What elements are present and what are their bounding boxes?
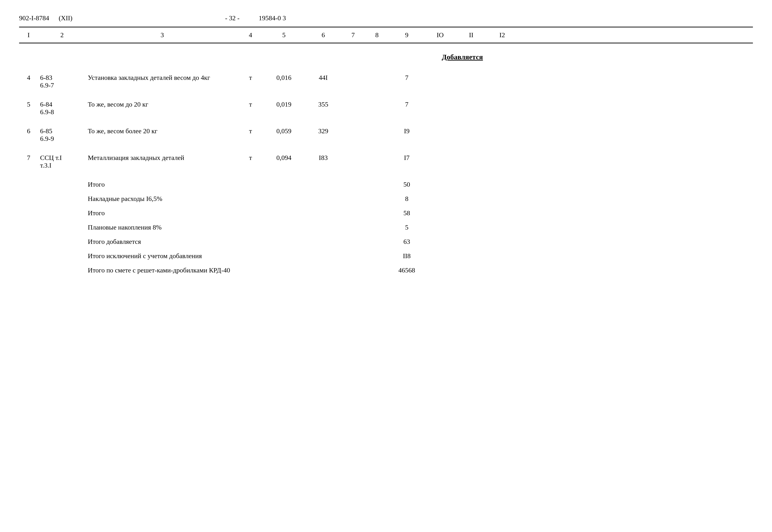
col-header-5: 5	[263, 31, 305, 39]
row-col12	[487, 100, 518, 102]
table-row: 5 6-84 6.9-8 То же, весом до 20 кг т 0,0…	[19, 100, 753, 117]
row-ref2: 6.9-8	[40, 108, 84, 116]
col-header-7: 7	[341, 31, 365, 39]
summary-label: Итого исключений с учетом добавления	[86, 251, 389, 261]
table-row: 7 ССЦ т.I т.3.I Металлизация закладных д…	[19, 153, 753, 170]
row-ref1: ССЦ т.I	[40, 154, 84, 162]
summary-label: Итого	[86, 208, 389, 218]
row-col10	[425, 126, 456, 128]
summary-label: Итого	[86, 180, 389, 189]
row-num: 7	[19, 153, 38, 163]
row-unit: т	[239, 73, 263, 82]
summary-value: 58	[389, 208, 425, 218]
row-col6: I83	[305, 153, 341, 163]
summary-row-3: Плановые накопления 8% 5	[19, 223, 753, 232]
col-header-3: 3	[86, 31, 239, 39]
row-col6: 329	[305, 126, 341, 136]
row-col7	[341, 126, 365, 128]
row-unit: т	[239, 100, 263, 109]
column-headers: I 2 3 4 5 6 7 8 9 IO II I2	[19, 27, 753, 43]
summary-label: Итого по смете с решет-ками-дробилками К…	[86, 266, 389, 275]
row-col5: 0,059	[263, 126, 305, 136]
row-ref: ССЦ т.I т.3.I	[38, 153, 86, 170]
row-col6: 355	[305, 100, 341, 109]
row-num: 4	[19, 73, 38, 82]
row-description: То же, весом более 20 кг	[86, 126, 239, 136]
row-description: Установка закладных деталей весом до 4кг	[86, 73, 239, 82]
row-col8	[365, 100, 389, 102]
row-col10	[425, 100, 456, 102]
summary-value: II8	[389, 251, 425, 261]
summary-label: Плановые накопления 8%	[86, 223, 389, 232]
col-header-6: 6	[305, 31, 341, 39]
row-col8	[365, 153, 389, 155]
row-col10	[425, 73, 456, 75]
col-header-11: II	[456, 31, 487, 39]
row-ref1: 6-85	[40, 127, 84, 135]
row-col5: 0,094	[263, 153, 305, 163]
row-col12	[487, 126, 518, 128]
row-ref2: 6.9-9	[40, 135, 84, 143]
row-col12	[487, 153, 518, 155]
row-col7	[341, 100, 365, 102]
row-unit: т	[239, 126, 263, 136]
row-col9: I7	[389, 153, 425, 163]
row-col11	[456, 126, 487, 128]
row-unit: т	[239, 153, 263, 163]
col-header-8: 8	[365, 31, 389, 39]
row-col7	[341, 153, 365, 155]
row-ref1: 6-83	[40, 74, 84, 82]
col-header-12: I2	[487, 31, 518, 39]
row-num: 6	[19, 126, 38, 136]
row-num: 5	[19, 100, 38, 109]
summary-label: Накладные расходы I6,5%	[86, 194, 389, 204]
row-ref: 6-85 6.9-9	[38, 126, 86, 143]
summary-value: 8	[389, 194, 425, 204]
summary-row-4: Итого добавляется 63	[19, 237, 753, 246]
row-col10	[425, 153, 456, 155]
row-ref: 6-84 6.9-8	[38, 100, 86, 117]
header: 902-I-8784 (XII) - 32 - 19584-0 3	[19, 14, 753, 22]
row-col5: 0,016	[263, 73, 305, 82]
page-indicator: - 32 -	[225, 14, 240, 22]
col-header-10: IO	[425, 31, 456, 39]
summary-value: 50	[389, 180, 425, 189]
col-header-2: 2	[38, 31, 86, 39]
summary-value: 63	[389, 237, 425, 246]
col-header-9: 9	[389, 31, 425, 39]
col-header-1: I	[19, 31, 38, 39]
page-code: 19584-0 3	[259, 14, 286, 22]
row-col11	[456, 73, 487, 75]
row-ref2: 6.9-7	[40, 82, 84, 89]
col-header-4: 4	[239, 31, 263, 39]
row-col7	[341, 73, 365, 75]
row-col5: 0,019	[263, 100, 305, 109]
summary-value: 5	[389, 223, 425, 232]
summary-row-6: Итого по смете с решет-ками-дробилками К…	[19, 266, 753, 275]
row-col11	[456, 153, 487, 155]
content-area: Добавляется 4 6-83 6.9-7 Установка закла…	[19, 43, 753, 275]
summary-label: Итого добавляется	[86, 237, 389, 246]
row-ref1: 6-84	[40, 101, 84, 108]
summary-row-2: Итого 58	[19, 208, 753, 218]
row-col8	[365, 73, 389, 75]
row-ref: 6-83 6.9-7	[38, 73, 86, 90]
row-description: Металлизация закладных деталей	[86, 153, 239, 163]
summary-value: 46568	[389, 266, 425, 275]
summary-row-1: Накладные расходы I6,5% 8	[19, 194, 753, 204]
summary-row-5: Итого исключений с учетом добавления II8	[19, 251, 753, 261]
doc-number: 902-I-8784	[19, 14, 49, 22]
row-col9: 7	[389, 73, 425, 82]
row-col6: 44I	[305, 73, 341, 82]
row-col8	[365, 126, 389, 128]
row-col9: I9	[389, 126, 425, 136]
series: (XII)	[59, 14, 72, 22]
row-col11	[456, 100, 487, 102]
row-col12	[487, 73, 518, 75]
table-row: 4 6-83 6.9-7 Установка закладных деталей…	[19, 73, 753, 90]
row-col9: 7	[389, 100, 425, 109]
row-description: То же, весом до 20 кг	[86, 100, 239, 109]
table-row: 6 6-85 6.9-9 То же, весом более 20 кг т …	[19, 126, 753, 143]
summary-row-0: Итого 50	[19, 180, 753, 189]
section-title: Добавляется	[172, 53, 753, 61]
